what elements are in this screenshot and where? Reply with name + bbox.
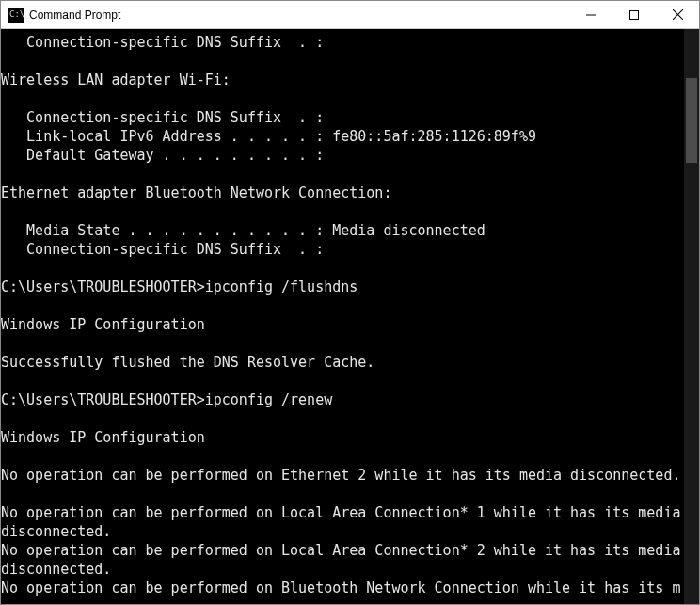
titlebar: Command Prompt <box>1 1 699 29</box>
content-area: Connection-specific DNS Suffix . : Wirel… <box>1 29 699 604</box>
scrollbar-thumb[interactable] <box>686 78 697 163</box>
close-icon <box>673 9 683 20</box>
terminal-output[interactable]: Connection-specific DNS Suffix . : Wirel… <box>1 29 684 604</box>
close-button[interactable] <box>656 1 699 28</box>
minimize-icon <box>586 10 596 20</box>
cmd-icon <box>8 8 24 23</box>
minimize-button[interactable] <box>569 1 612 28</box>
scrollbar-track[interactable] <box>684 29 699 604</box>
window-title: Command Prompt <box>29 8 569 22</box>
svg-rect-1 <box>630 10 639 19</box>
window-controls <box>569 1 699 28</box>
maximize-button[interactable] <box>612 1 656 28</box>
maximize-icon <box>629 10 639 20</box>
